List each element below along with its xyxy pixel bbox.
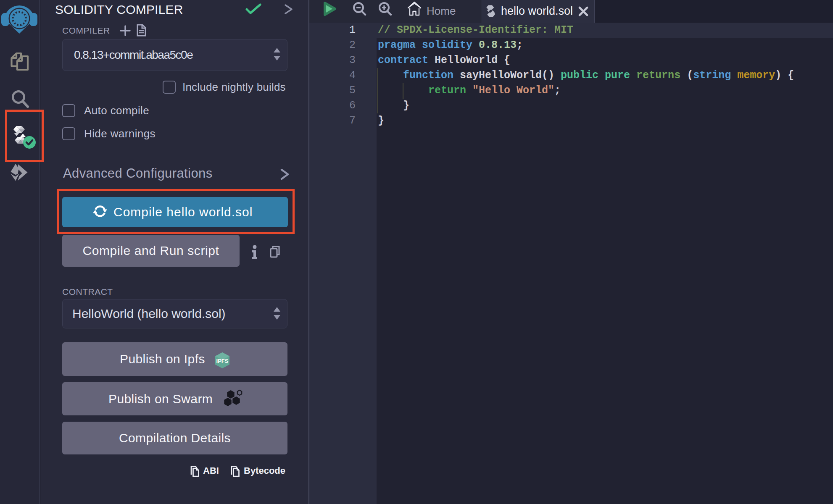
svg-text:IPFS: IPFS [216,358,229,364]
